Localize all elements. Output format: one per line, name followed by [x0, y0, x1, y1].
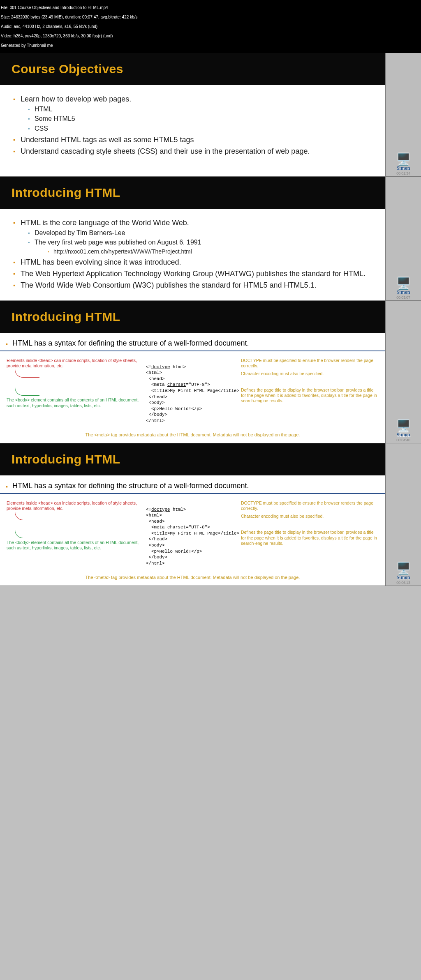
slide-title: Introducing HTML — [0, 301, 385, 333]
slide: Introducing HTML HTML has a syntax for d… — [0, 443, 385, 586]
annotation-charset: Character encoding must also be specifie… — [241, 371, 379, 376]
grid-row: Course Objectives Learn how to develop w… — [0, 53, 421, 177]
annotation-doctype: DOCTYPE must be specified to ensure the … — [241, 358, 379, 369]
annotation-head: Elements inside <head> can include scrip… — [7, 500, 144, 511]
brand-stamp: 🖥️ Simon 00:01:34 — [386, 154, 421, 175]
info-size: Size: 24632030 bytes (23.49 MiB), durati… — [1, 15, 420, 20]
bullet-text: HTML has a syntax for defining the struc… — [0, 481, 385, 493]
annotation-head: Elements inside <head> can include scrip… — [7, 358, 144, 369]
info-video: Video: h264, yuv420p, 1280x720, 363 kb/s… — [1, 34, 420, 39]
timecode: 00:04:40 — [386, 438, 421, 442]
monitor-icon: 🖥️ — [396, 278, 411, 289]
bullet-text: Understand HTML tags as well as some HTM… — [12, 135, 374, 145]
grid-row: Introducing HTML HTML has a syntax for d… — [0, 443, 421, 586]
brand-stamp: 🖥️ Simon 00:03:07 — [386, 278, 421, 300]
monitor-icon: 🖥️ — [396, 420, 411, 432]
slide-body: Learn how to develop web pages. HTML Som… — [0, 85, 385, 166]
slide: Introducing HTML HTML is the core langua… — [0, 177, 385, 300]
slide: Course Objectives Learn how to develop w… — [0, 53, 385, 176]
timecode: 00:03:07 — [386, 295, 421, 300]
code-block: <!doctype html> <html> <head> <meta char… — [146, 500, 239, 572]
monitor-icon: 🖥️ — [396, 563, 411, 574]
brand-text: Simon — [386, 574, 421, 581]
thumbnail-cell: Introducing HTML HTML has a syntax for d… — [0, 301, 386, 443]
bullet-text: HTML — [21, 105, 374, 114]
thumbnail-cell: Introducing HTML HTML is the core langua… — [0, 177, 386, 300]
brand-text: Simon — [386, 289, 421, 295]
video-info-header: File: 001 Course Objectives and Introduc… — [0, 0, 421, 53]
annotation-title: Defines the page title to display in the… — [241, 387, 379, 404]
brand-stamp: 🖥️ Simon 00:06:13 — [386, 563, 421, 585]
code-block: <!doctype html> <html> <head> <meta char… — [146, 358, 239, 430]
timecode: 00:06:13 — [386, 581, 421, 585]
monitor-icon: 🖥️ — [396, 154, 411, 165]
bullet-text: http://nxoc01.cern.ch/hypertext/WWW/TheP… — [35, 248, 374, 256]
thumbnail-margin: 🖥️ Simon 00:06:13 — [386, 443, 421, 586]
annotation-title: Defines the page title to display in the… — [241, 530, 379, 546]
annotation-body: The <body> element contains all the cont… — [7, 540, 144, 551]
thumbnail-margin: 🖥️ Simon 00:03:07 — [386, 177, 421, 300]
annotation-meta: The <meta> tag provides metadata about t… — [4, 575, 381, 581]
bullet-text: Understand cascading style sheets (CSS) … — [12, 146, 374, 156]
slide-body: HTML is the core language of the World W… — [0, 209, 385, 300]
slide-title: Course Objectives — [0, 53, 385, 85]
thumbnail-grid: Course Objectives Learn how to develop w… — [0, 53, 421, 586]
thumbnail-margin: 🖥️ Simon 00:01:34 — [386, 53, 421, 176]
bullet-text: CSS — [21, 124, 374, 133]
info-audio: Audio: aac, 44100 Hz, 2 channels, s16, 5… — [1, 24, 420, 29]
bullet-text: HTML has a syntax for defining the struc… — [0, 339, 385, 350]
slide-title: Introducing HTML — [0, 177, 385, 209]
annotation-meta: The <meta> tag provides metadata about t… — [4, 432, 381, 438]
bullet-text: The Web Hypertext Application Technology… — [12, 269, 374, 279]
thumbnail-cell: Introducing HTML HTML has a syntax for d… — [0, 443, 386, 586]
brand-stamp: 🖥️ Simon 00:04:40 — [386, 420, 421, 442]
brand-text: Simon — [386, 432, 421, 438]
code-diagram: Elements inside <head> can include scrip… — [0, 493, 385, 586]
slide: Introducing HTML HTML has a syntax for d… — [0, 301, 385, 443]
bullet-text: Developed by Tim Berners-Lee — [21, 228, 374, 238]
annotation-doctype: DOCTYPE must be specified to ensure the … — [241, 500, 379, 511]
info-file: File: 001 Course Objectives and Introduc… — [1, 5, 420, 10]
grid-row: Introducing HTML HTML is the core langua… — [0, 177, 421, 301]
grid-row: Introducing HTML HTML has a syntax for d… — [0, 301, 421, 443]
thumbnail-margin: 🖥️ Simon 00:04:40 — [386, 301, 421, 443]
slide-title: Introducing HTML — [0, 443, 385, 475]
thumbnail-cell: Course Objectives Learn how to develop w… — [0, 53, 386, 176]
timecode: 00:01:34 — [386, 171, 421, 175]
bullet-text: HTML is the core language of the World W… — [21, 219, 189, 227]
annotation-body: The <body> element contains all the cont… — [7, 397, 144, 408]
info-generated: Generated by Thumbnail me — [1, 43, 420, 48]
annotation-charset: Character encoding must also be specifie… — [241, 514, 379, 519]
code-diagram: Elements inside <head> can include scrip… — [0, 350, 385, 443]
bullet-text: Learn how to develop web pages. — [21, 95, 131, 103]
bullet-text: HTML has been evolving since it was intr… — [12, 257, 374, 267]
bullet-text: Some HTML5 — [21, 114, 374, 123]
brand-text: Simon — [386, 165, 421, 171]
bullet-text: The World Wide Web Consortium (W3C) publ… — [12, 280, 374, 290]
bullet-text: The very first web page was published on… — [35, 239, 201, 246]
